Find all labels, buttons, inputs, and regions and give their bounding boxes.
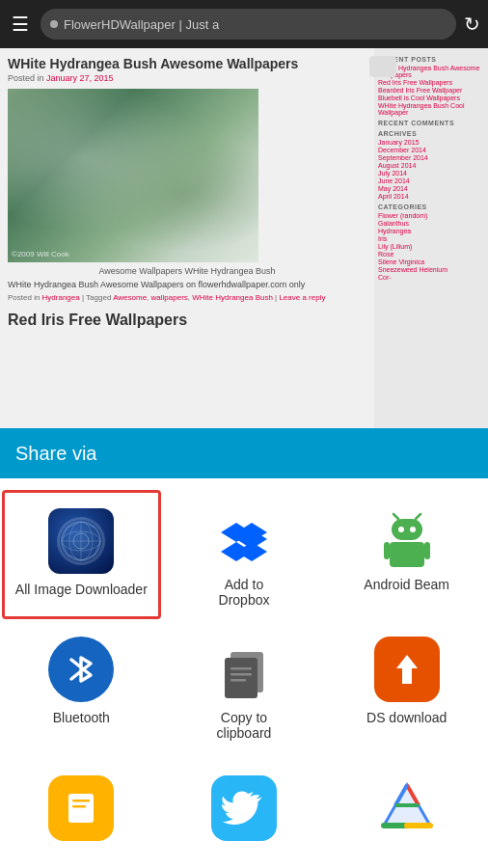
share-item-ds-download[interactable]: DS download xyxy=(325,621,488,754)
svg-marker-36 xyxy=(396,655,418,684)
cat-silene[interactable]: Silene Virginica xyxy=(378,258,484,265)
svg-rect-35 xyxy=(230,679,246,682)
image-copyright: ©2009 Will Cook xyxy=(12,250,69,258)
svg-rect-27 xyxy=(424,542,430,559)
archive-jul-2014[interactable]: July 2014 xyxy=(378,170,484,176)
android-beam-label: Android Beam xyxy=(364,577,449,592)
sidebar-archives-title: ARCHIVES xyxy=(378,130,484,137)
clipboard-svg xyxy=(213,638,275,700)
page-icon xyxy=(50,20,58,28)
svg-point-4 xyxy=(62,531,100,551)
downloader-svg xyxy=(60,520,102,562)
archive-apr-2014[interactable]: April 2014 xyxy=(378,193,484,200)
share-title: Share via xyxy=(15,443,97,465)
ds-download-icon xyxy=(372,635,442,704)
post-meta: Posted in January 27, 2015 xyxy=(8,73,366,83)
share-item-yellow[interactable] xyxy=(0,764,163,858)
cat-iris[interactable]: Iris xyxy=(378,235,484,242)
bluetooth-svg xyxy=(62,650,100,689)
share-item-twitter[interactable] xyxy=(163,764,326,858)
share-item-drive[interactable] xyxy=(325,764,488,858)
svg-rect-38 xyxy=(72,800,90,802)
svg-rect-25 xyxy=(390,542,424,567)
twitter-svg xyxy=(222,786,266,830)
drive-svg xyxy=(376,777,438,839)
archive-dec-2014[interactable]: December 2014 xyxy=(378,147,484,153)
archive-aug-2014[interactable]: August 2014 xyxy=(378,162,484,169)
copy-to-clipboard-label: Copy toclipboard xyxy=(217,710,272,741)
tag-white-hydrangea[interactable]: WHite Hydrangea Bush xyxy=(192,293,273,302)
address-bar[interactable]: FlowerHDWallpaper | Just a xyxy=(41,9,456,40)
svg-point-23 xyxy=(398,527,404,532)
cat-galanthus[interactable]: Galanthus xyxy=(378,220,484,227)
archive-jan-2015[interactable]: January 2015 xyxy=(378,139,484,146)
svg-line-9 xyxy=(81,555,95,560)
share-item-android-beam[interactable]: Android Beam xyxy=(325,488,488,621)
image-caption: Awesome Wallpapers WHite Hydrangea Bush xyxy=(8,266,366,276)
cat-sneezeweed[interactable]: Sneezeweed Helenium xyxy=(378,266,484,273)
cat-flower[interactable]: Flower (random) xyxy=(378,212,484,219)
menu-icon[interactable]: ☰ xyxy=(8,9,33,40)
sidebar-recent-3[interactable]: Bearded Iris Free Wallpaper xyxy=(378,87,484,94)
post-description: WHite Hydrangea Bush Awesome Wallpapers … xyxy=(8,280,366,289)
tag-hydrangea[interactable]: Hydrangea xyxy=(42,293,80,302)
post-date: January 27, 2015 xyxy=(46,73,114,83)
android-beam-icon xyxy=(372,502,442,571)
share-grid: All Image Downloader Add toDropbo xyxy=(0,478,488,764)
bluetooth-icon xyxy=(46,635,116,704)
sidebar-recent-4[interactable]: Bluebell is Cool Wallpapers xyxy=(378,95,484,101)
dropbox-icon xyxy=(209,502,279,571)
address-text: FlowerHDWallpaper | Just a xyxy=(64,17,219,32)
svg-line-8 xyxy=(95,541,100,555)
ds-download-label: DS download xyxy=(366,710,447,725)
sidebar: RECENT POSTS WHite Hydrangea Bush Awesom… xyxy=(374,48,488,444)
archive-jun-2014[interactable]: June 2014 xyxy=(378,177,484,184)
svg-point-24 xyxy=(410,527,416,532)
share-header: Share via xyxy=(0,428,488,478)
drive-icon xyxy=(372,773,442,843)
yellow-icon xyxy=(46,773,116,843)
webpage-content: WHite Hydrangea Bush Awesome Wallpapers … xyxy=(0,48,488,444)
sidebar-recent-5[interactable]: WHite Hydrangea Bush Cool Wallpaper xyxy=(378,102,484,116)
archive-sep-2014[interactable]: September 2014 xyxy=(378,154,484,161)
cat-cor[interactable]: Cor- xyxy=(378,274,484,281)
cat-rose[interactable]: Rose xyxy=(378,251,484,258)
svg-line-11 xyxy=(62,541,68,555)
svg-rect-37 xyxy=(68,794,94,823)
share-item-add-to-dropbox[interactable]: Add toDropbox xyxy=(163,488,326,621)
share-item-copy-to-clipboard[interactable]: Copy toclipboard xyxy=(163,621,326,754)
svg-rect-22 xyxy=(392,519,422,540)
yellow-svg xyxy=(59,786,103,830)
sidebar-categories-title: CATEGORIES xyxy=(378,203,484,210)
add-to-dropbox-label: Add toDropbox xyxy=(219,577,270,608)
sidebar-recent-2[interactable]: Red Iris Free Wallpapers xyxy=(378,79,484,86)
main-content: WHite Hydrangea Bush Awesome Wallpapers … xyxy=(0,48,374,444)
comment-bubble xyxy=(369,56,396,77)
svg-point-3 xyxy=(69,522,93,560)
svg-rect-32 xyxy=(225,658,258,698)
tag-wallpapers[interactable]: wallpapers xyxy=(151,293,188,302)
post-title: WHite Hydrangea Bush Awesome Wallpapers xyxy=(8,56,366,71)
share-item-bluetooth[interactable]: Bluetooth xyxy=(0,621,163,754)
cat-lily[interactable]: Lily (Lilium) xyxy=(378,243,484,250)
android-beam-svg xyxy=(376,505,438,567)
share-item-all-image-downloader[interactable]: All Image Downloader xyxy=(2,490,161,619)
sidebar-recent-comments-title: RECENT COMMENTS xyxy=(378,120,484,126)
share-overlay: Share via xyxy=(0,428,488,868)
post-image: ©2009 Will Cook xyxy=(8,89,258,262)
post-tags: Posted in Hydrangea | Tagged Awesome, wa… xyxy=(8,293,366,302)
refresh-icon[interactable]: ↻ xyxy=(464,13,480,36)
bluetooth-label: Bluetooth xyxy=(53,710,110,725)
archive-may-2014[interactable]: May 2014 xyxy=(378,185,484,192)
svg-rect-33 xyxy=(230,667,252,670)
svg-point-0 xyxy=(62,522,100,560)
svg-line-6 xyxy=(68,522,81,528)
copy-to-clipboard-icon xyxy=(209,635,279,704)
ds-svg xyxy=(385,647,429,692)
tag-awesome[interactable]: Awesome xyxy=(113,293,147,302)
all-image-downloader-icon xyxy=(46,506,116,576)
tag-leave-reply[interactable]: Leave a reply xyxy=(279,293,325,302)
bottom-row xyxy=(0,764,488,868)
cat-hydrangea[interactable]: Hydrangea xyxy=(378,228,484,234)
svg-line-7 xyxy=(81,522,95,528)
